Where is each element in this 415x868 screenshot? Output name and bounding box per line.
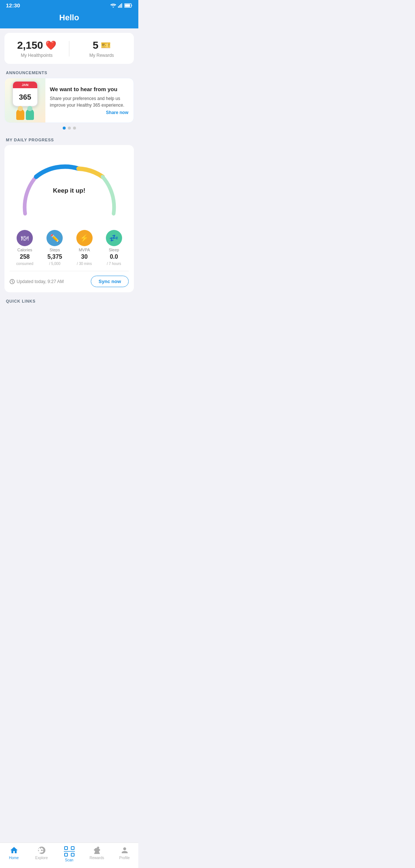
steps-stat: ✏️ Steps 5,375 / 5,000: [46, 230, 63, 266]
svg-rect-0: [118, 6, 119, 8]
gauge-container: Keep it up!: [10, 151, 129, 225]
announcement-image: JAN 365: [5, 78, 45, 123]
sleep-goal: / 7 hours: [107, 262, 121, 266]
calendar-number: 365: [13, 88, 37, 106]
sleep-stat: 💤 Sleep 0.0 / 7 hours: [106, 230, 122, 266]
status-bar: 12:30: [0, 0, 138, 10]
announcement-card[interactable]: JAN 365 We want to hear from you Share y…: [4, 78, 134, 123]
sync-button[interactable]: Sync now: [91, 276, 129, 287]
steps-value: 5,375: [47, 254, 62, 260]
steps-name: Steps: [49, 248, 60, 252]
announcement-desc: Share your preferences and help us impro…: [50, 95, 128, 108]
gift-icon: 🎫: [101, 41, 111, 50]
dot-2[interactable]: [68, 127, 71, 130]
battery-icon: [124, 3, 132, 8]
mvpa-value: 30: [81, 254, 88, 260]
announcements-section-header: ANNOUNCEMENTS: [0, 64, 138, 78]
daily-progress-section-header: MY DAILY PROGRESS: [0, 131, 138, 145]
dot-3[interactable]: [73, 127, 76, 130]
stats-row: 🍽 Calories 258 consumed ✏️ Steps 5,375 /…: [10, 230, 129, 266]
calories-stat: 🍽 Calories 258 consumed: [16, 230, 33, 266]
status-time: 12:30: [6, 2, 20, 8]
dot-1[interactable]: [63, 127, 66, 130]
svg-rect-1: [119, 5, 120, 8]
rewards-value: 5 🎫: [69, 39, 134, 51]
sync-time: Updated today, 9:27 AM: [10, 279, 64, 284]
mvpa-name: MVPA: [79, 248, 90, 252]
svg-rect-5: [125, 4, 130, 7]
heart-icon: ❤️: [45, 40, 56, 51]
header-title: Hello: [59, 13, 79, 22]
progress-card: Keep it up! 🍽 Calories 258 consumed ✏️ S…: [4, 145, 134, 292]
calendar-icon: JAN 365: [12, 81, 38, 107]
mvpa-icon: ⚡: [76, 230, 93, 246]
sleep-icon: 💤: [106, 230, 122, 246]
announcement-title: We want to hear from you: [50, 86, 128, 93]
mvpa-stat: ⚡ MVPA 30 / 30 mins: [76, 230, 93, 266]
people-figures: [16, 109, 34, 120]
main-scroll: 2,150 ❤️ My Healthpoints 5 🎫 My Rewards …: [0, 33, 138, 336]
share-now-link[interactable]: Share now: [50, 110, 128, 115]
calories-icon: 🍽: [17, 230, 33, 246]
healthpoints-value: 2,150 ❤️: [4, 39, 69, 51]
gauge-label: Keep it up!: [53, 187, 86, 194]
calories-value: 258: [20, 254, 30, 260]
svg-rect-2: [120, 4, 121, 8]
svg-rect-3: [121, 3, 122, 8]
steps-goal: / 5,000: [49, 262, 60, 266]
sleep-value: 0.0: [110, 254, 118, 260]
healthpoints-label: My Healthpoints: [4, 53, 69, 58]
healthpoints-card: 2,150 ❤️ My Healthpoints 5 🎫 My Rewards: [4, 33, 134, 64]
clock-icon: [10, 279, 15, 284]
rewards-label: My Rewards: [69, 53, 134, 58]
calories-name: Calories: [17, 248, 32, 252]
calories-goal: consumed: [16, 262, 33, 266]
status-icons: [110, 3, 132, 8]
sleep-name: Sleep: [109, 248, 119, 252]
sync-row: Updated today, 9:27 AM Sync now: [10, 271, 129, 287]
announcement-content: We want to hear from you Share your pref…: [45, 78, 134, 123]
carousel-dots: [0, 127, 138, 130]
page-header: Hello: [0, 10, 138, 28]
signal-icon: [118, 3, 122, 8]
steps-icon: ✏️: [46, 230, 63, 246]
mvpa-goal: / 30 mins: [77, 262, 92, 266]
healthpoints-section[interactable]: 2,150 ❤️ My Healthpoints: [4, 39, 69, 58]
wifi-icon: [110, 3, 116, 8]
rewards-section[interactable]: 5 🎫 My Rewards: [69, 39, 134, 58]
quick-links-section-header: QUICK LINKS: [0, 292, 138, 306]
